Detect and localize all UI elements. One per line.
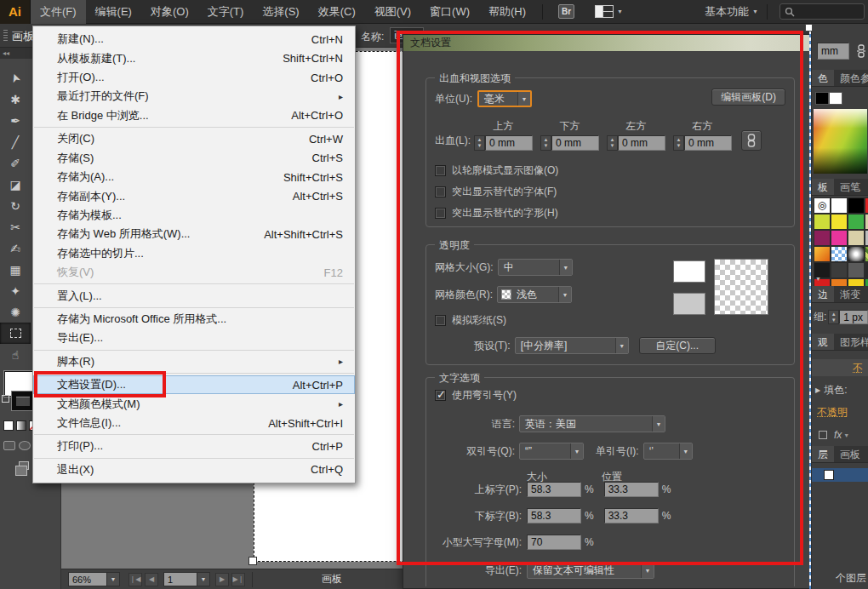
swatch[interactable] [865, 246, 868, 262]
white-swatch[interactable] [829, 92, 842, 105]
checkbox-row[interactable]: 使用弯引号(Y) [435, 388, 517, 403]
single-quotes-dropdown[interactable]: ‘’▼ [643, 443, 693, 460]
link-bleed-values-button[interactable] [741, 130, 762, 151]
outline-images-checkbox[interactable] [435, 165, 446, 176]
scissors-tool[interactable]: ✂ [0, 216, 31, 237]
swatch[interactable] [865, 197, 868, 214]
checkbox-row[interactable]: 模拟彩纸(S) [435, 313, 506, 328]
artboard-corner-handle[interactable] [248, 557, 257, 565]
next-artboard-button[interactable]: ▶ [215, 573, 229, 586]
bleed-value-input[interactable]: 0 mm [551, 135, 599, 151]
file-menu-item[interactable]: 存储(S)Ctrl+S [33, 149, 355, 168]
swatch[interactable] [831, 214, 848, 230]
stroke-weight-input[interactable]: 1 px [839, 310, 868, 324]
draw-normal-mode-button[interactable] [3, 441, 15, 450]
menubar-item-5[interactable]: 选择(S) [253, 0, 308, 24]
file-menu-item[interactable]: 存储为模板... [33, 206, 355, 225]
file-menu-item[interactable]: 存储为 Web 所用格式(W)...Alt+Shift+Ctrl+S [33, 225, 355, 243]
swatch[interactable] [831, 230, 848, 246]
rotate-tool[interactable]: ↻ [0, 195, 31, 216]
shape-builder-tool[interactable]: ◪ [0, 174, 31, 195]
swatch[interactable] [848, 214, 865, 230]
swatch[interactable] [865, 230, 868, 246]
export-dropdown[interactable]: 保留文本可编辑性▼ [527, 562, 654, 579]
bleed-value-input[interactable]: 0 mm [684, 135, 732, 151]
swatch[interactable] [814, 230, 831, 246]
menubar-item-9[interactable]: 帮助(H) [479, 0, 535, 24]
file-menu-item[interactable]: 文档设置(D)...Alt+Ctrl+P [33, 375, 355, 394]
double-quotes-dropdown[interactable]: “”▼ [519, 443, 584, 460]
color-spectrum[interactable] [814, 109, 867, 174]
hand-tool[interactable]: ☝ [0, 344, 31, 365]
highlight-substituted-glyphs-checkbox[interactable] [435, 208, 446, 219]
subscript-size-input[interactable]: 58.3 [527, 508, 581, 523]
custom-flattener-button[interactable]: 自定(C)... [639, 337, 716, 354]
arrange-documents-icon[interactable] [595, 5, 614, 18]
artboard-tool[interactable] [0, 323, 31, 344]
file-menu-item[interactable]: 新建(N)...Ctrl+N [33, 30, 355, 49]
file-menu-item[interactable]: 导出(E)... [33, 329, 355, 347]
file-menu-item[interactable]: 置入(L)... [33, 286, 355, 305]
file-menu-item[interactable]: 存储副本(Y)...Alt+Ctrl+S [33, 186, 355, 205]
swatch[interactable] [814, 246, 831, 262]
layer-row-selected[interactable] [812, 468, 868, 482]
artboard-dropdown-arrow[interactable]: ▼ [197, 572, 210, 586]
menubar-item-3[interactable]: 对象(O) [141, 0, 198, 24]
menubar-item-1[interactable]: 文件(F) [31, 0, 86, 24]
mesh-tool[interactable]: ▦ [0, 259, 31, 280]
swatch[interactable] [848, 230, 865, 246]
appearance-row-opacity[interactable]: 不透明 [817, 405, 868, 420]
tab-color[interactable]: 色 [812, 70, 834, 86]
file-menu-item[interactable]: 打开(O)...Ctrl+O [33, 68, 355, 87]
checkbox-row[interactable]: 以轮廓模式显示图像(O) [435, 163, 558, 178]
last-artboard-button[interactable]: ▶❘ [231, 573, 245, 586]
gradient-button[interactable] [16, 420, 26, 431]
panel-menu-arrow[interactable]: ▼ [815, 276, 868, 282]
color-button[interactable] [3, 420, 14, 431]
stepper[interactable]: ▲▼ [673, 135, 684, 151]
use-typographers-quotes-checkbox[interactable] [435, 390, 446, 401]
file-menu-item[interactable]: 退出(X)Ctrl+Q [33, 460, 355, 479]
swap-fill-stroke-icon[interactable] [2, 395, 9, 403]
swatch[interactable] [848, 197, 865, 214]
swatch[interactable] [848, 246, 865, 262]
dialog-title-bar[interactable]: 文档设置 [403, 35, 812, 51]
zoom-dropdown-arrow[interactable]: ▼ [107, 572, 120, 586]
swatch[interactable] [814, 214, 831, 230]
file-menu-item[interactable]: 最近打开的文件(F)▸ [33, 87, 355, 106]
screen-mode-icon[interactable] [19, 461, 29, 470]
symbol-sprayer-tool[interactable]: ✺ [0, 301, 31, 323]
checkbox-row[interactable]: 突出显示替代的字体(F) [435, 185, 557, 199]
tab-graphic-styles[interactable]: 图形样 [834, 334, 868, 350]
file-menu-item[interactable]: 存储为 Microsoft Office 所用格式... [33, 310, 355, 329]
tab-color-guide[interactable]: 颜色参 [834, 70, 868, 86]
stroke-color-swatch[interactable] [12, 392, 34, 410]
stepper[interactable]: ▲▼ [540, 135, 551, 151]
tab-swatches[interactable]: 板 [812, 179, 834, 195]
appearance-row-fill[interactable]: ▶ 填色: [815, 383, 868, 397]
magic-wand-tool[interactable]: ✱ [0, 89, 31, 110]
eyedropper-tool[interactable]: ✦ [0, 280, 31, 301]
registration-swatch[interactable]: ◎ [814, 197, 831, 214]
checkbox-row[interactable]: 突出显示替代的字形(H) [435, 206, 558, 220]
file-menu-item[interactable]: 脚本(R)▸ [33, 352, 355, 371]
tab-stroke[interactable]: 边 [812, 286, 834, 302]
stepper[interactable]: ▲▼ [607, 135, 618, 151]
draw-behind-mode-button[interactable] [19, 441, 31, 450]
zoom-level-input[interactable]: 66% [68, 572, 107, 586]
subscript-position-input[interactable]: 33.3 [604, 508, 659, 523]
flattener-preset-dropdown[interactable]: [中分辨率]▼ [515, 337, 629, 354]
edit-artboard-button[interactable]: 编辑画板(D) [711, 89, 785, 106]
stepper[interactable]: ▲▼ [474, 135, 485, 151]
first-artboard-button[interactable]: ❘◀ [128, 573, 142, 586]
artboard-number-input[interactable]: 1 [163, 572, 197, 586]
file-menu-item[interactable]: 文档颜色模式(M)▸ [33, 394, 355, 413]
menubar-item-7[interactable]: 视图(V) [365, 0, 420, 24]
swatch[interactable] [831, 246, 848, 262]
menubar-item-8[interactable]: 窗口(W) [420, 0, 479, 24]
app-logo[interactable]: Ai [0, 0, 31, 24]
highlight-substituted-fonts-checkbox[interactable] [435, 186, 446, 197]
bleed-value-input[interactable]: 0 mm [618, 135, 665, 151]
simulate-colored-paper-checkbox[interactable] [435, 315, 446, 326]
new-item-icon[interactable] [819, 431, 827, 439]
